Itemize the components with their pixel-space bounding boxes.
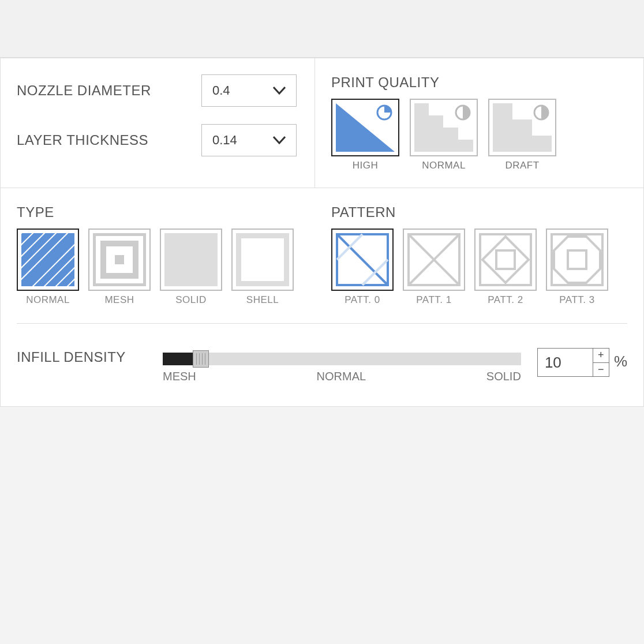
infill-density-slider[interactable]: [163, 353, 521, 365]
type-option-shell[interactable]: [231, 229, 294, 291]
divider: [17, 323, 627, 324]
svg-rect-3: [414, 128, 458, 140]
pattern-label-1: PATT. 1: [403, 294, 465, 306]
type-option-mesh[interactable]: [88, 229, 151, 291]
type-option-solid[interactable]: [160, 229, 222, 291]
type-title: TYPE: [17, 204, 331, 220]
pattern-title: PATTERN: [331, 204, 627, 220]
type-label-shell: SHELL: [231, 294, 294, 306]
infill-density-unit: %: [614, 353, 627, 377]
type-label-mesh: MESH: [88, 294, 151, 306]
svg-rect-8: [493, 119, 532, 136]
settings-panel: NOZZLE DIAMETER 0.4 LAYER THICKNESS 0.14: [0, 58, 644, 407]
svg-rect-39: [568, 250, 586, 269]
type-label-normal: NORMAL: [17, 294, 79, 306]
svg-rect-25: [164, 233, 218, 286]
infill-density-input[interactable]: 10 + −: [537, 348, 609, 377]
svg-rect-9: [493, 103, 512, 119]
svg-rect-2: [414, 140, 473, 152]
svg-rect-26: [238, 235, 287, 284]
svg-line-28: [337, 234, 388, 285]
spinner-decrement[interactable]: −: [593, 362, 609, 377]
quality-option-normal[interactable]: [410, 99, 478, 156]
quality-label-high: HIGH: [331, 160, 399, 171]
nozzle-diameter-select[interactable]: 0.4: [201, 74, 297, 107]
pattern-option-1[interactable]: [403, 229, 465, 291]
chevron-down-icon: [273, 136, 286, 144]
slider-label-max: SOLID: [486, 370, 521, 383]
type-option-normal[interactable]: [17, 229, 79, 291]
header-spacer: [0, 0, 644, 58]
slider-thumb[interactable]: [193, 350, 209, 368]
svg-rect-34: [480, 234, 531, 285]
svg-marker-35: [482, 237, 529, 283]
svg-rect-7: [493, 136, 552, 152]
chevron-down-icon: [273, 87, 286, 95]
infill-density-label: INFILL DENSITY: [17, 341, 147, 365]
type-label-solid: SOLID: [160, 294, 222, 306]
pattern-option-3[interactable]: [546, 229, 608, 291]
slider-fill: [163, 353, 196, 365]
nozzle-diameter-label: NOZZLE DIAMETER: [17, 83, 201, 99]
svg-rect-37: [552, 234, 602, 285]
print-quality-title: PRINT QUALITY: [331, 74, 627, 91]
infill-density-value: 10: [538, 349, 593, 376]
quality-label-draft: DRAFT: [488, 160, 556, 171]
svg-rect-4: [414, 115, 443, 128]
pattern-option-2[interactable]: [474, 229, 537, 291]
nozzle-diameter-value: 0.4: [212, 83, 230, 98]
slider-label-mid: NORMAL: [317, 370, 366, 383]
layer-thickness-select[interactable]: 0.14: [201, 124, 297, 156]
pattern-option-0[interactable]: [331, 229, 394, 291]
pattern-label-3: PATT. 3: [546, 294, 608, 306]
layer-thickness-value: 0.14: [212, 133, 237, 148]
svg-rect-24: [115, 255, 124, 264]
layer-thickness-label: LAYER THICKNESS: [17, 132, 201, 148]
spinner-increment[interactable]: +: [593, 349, 609, 362]
pattern-label-2: PATT. 2: [474, 294, 537, 306]
svg-rect-5: [414, 103, 429, 115]
quality-label-normal: NORMAL: [410, 160, 478, 171]
slider-label-min: MESH: [163, 370, 196, 383]
svg-marker-38: [554, 237, 600, 283]
quality-option-draft[interactable]: [488, 99, 556, 156]
svg-rect-36: [496, 250, 515, 269]
quality-option-high[interactable]: [331, 99, 399, 156]
pattern-label-0: PATT. 0: [331, 294, 394, 306]
